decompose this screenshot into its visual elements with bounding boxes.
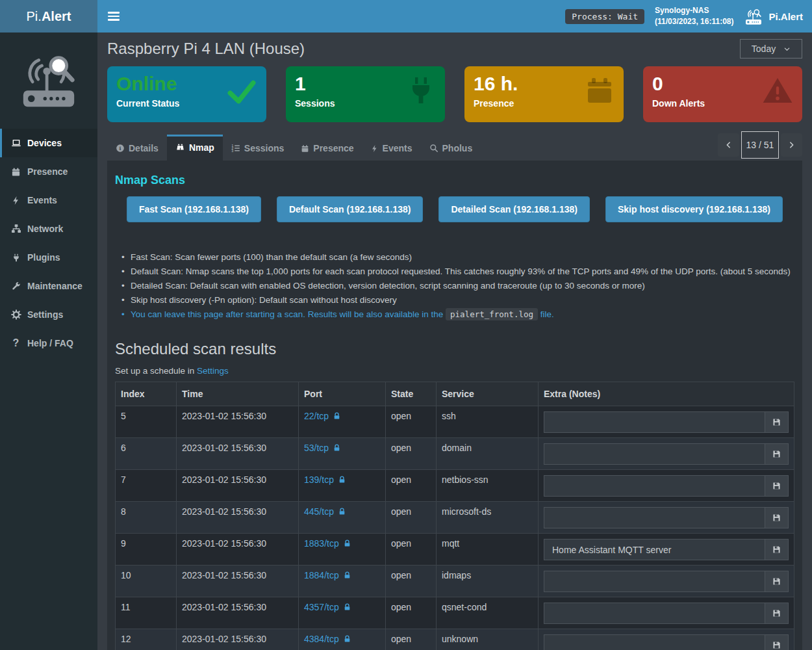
cell-state: open — [386, 566, 437, 597]
cell-state: open — [386, 502, 437, 534]
default-scan-button[interactable]: Default Scan (192.168.1.138) — [277, 196, 424, 222]
save-button[interactable] — [765, 412, 788, 432]
port-link[interactable]: 1883/tcp — [304, 538, 339, 549]
table-row: 11 2023-01-02 15:56:30 4357/tcp open qsn… — [116, 597, 794, 629]
port-link[interactable]: 4384/tcp — [304, 634, 339, 644]
note-input[interactable] — [544, 603, 765, 623]
cell-index: 12 — [116, 629, 177, 650]
device-pager: 13 / 51 — [718, 131, 802, 159]
main-content: Raspberry Pi 4 LAN (House) Today Online … — [97, 32, 812, 650]
tab-details[interactable]: i Details — [107, 135, 167, 161]
cell-service: domain — [437, 438, 539, 470]
tab-events[interactable]: Events — [362, 135, 421, 161]
sidebar-item-devices[interactable]: Devices — [0, 129, 97, 157]
sidebar-item-settings[interactable]: Settings — [0, 300, 97, 329]
scan-note: Fast Scan: Scan fewer ports (100) than t… — [121, 252, 794, 262]
note-input[interactable] — [544, 508, 765, 528]
tab-sessions[interactable]: 123 Sessions — [223, 135, 292, 161]
sidebar-item-network[interactable]: Network — [0, 214, 97, 243]
note-input[interactable] — [544, 540, 765, 560]
lock-icon — [338, 507, 346, 516]
note-input[interactable] — [544, 444, 765, 464]
tab-presence[interactable]: Presence — [292, 135, 362, 161]
save-button[interactable] — [765, 571, 788, 592]
fast-scan-button[interactable]: Fast Scan (192.168.1.138) — [127, 196, 261, 222]
next-device-button[interactable] — [781, 133, 802, 157]
nmap-tab-panel: Nmap Scans Fast Scan (192.168.1.138) Def… — [107, 161, 802, 650]
cell-state: open — [386, 597, 437, 629]
cell-service: netbios-ssn — [437, 470, 539, 502]
cell-port: 4384/tcp — [299, 629, 386, 650]
cell-note — [539, 629, 794, 650]
note-input[interactable] — [544, 476, 765, 496]
port-link[interactable]: 445/tcp — [304, 506, 334, 517]
cell-time: 2023-01-02 15:56:30 — [177, 566, 299, 597]
schedule-subtitle: Set up a schedule in Settings — [115, 366, 794, 376]
lock-icon — [333, 411, 341, 421]
save-button[interactable] — [765, 508, 788, 528]
column-header-state: State — [386, 382, 437, 406]
save-button[interactable] — [765, 540, 788, 560]
list-ol-icon: 123 — [231, 144, 240, 153]
tab-label: Sessions — [244, 143, 284, 153]
sidebar-item-plugins[interactable]: Plugins — [0, 243, 97, 272]
brand-prefix: Pi. — [27, 9, 42, 24]
cell-state: open — [386, 406, 437, 438]
scan-results-table: Index Time Port State Service Extra (Not… — [115, 382, 794, 650]
cell-index: 11 — [116, 597, 177, 629]
settings-link[interactable]: Settings — [197, 366, 229, 376]
cell-time: 2023-01-02 15:56:30 — [177, 534, 299, 566]
wrench-icon — [10, 281, 21, 291]
save-button[interactable] — [765, 635, 788, 650]
cell-index: 9 — [116, 534, 177, 566]
sidebar-item-presence[interactable]: Presence — [0, 157, 97, 186]
port-link[interactable]: 22/tcp — [304, 411, 329, 421]
save-button[interactable] — [765, 444, 788, 464]
port-link[interactable]: 4357/tcp — [304, 602, 339, 612]
info-icon: i — [116, 144, 125, 153]
sidebar-item-label: Network — [27, 224, 63, 234]
hamburger-menu-icon[interactable] — [108, 12, 120, 21]
floppy-save-icon — [772, 513, 781, 523]
cell-service: idmaps — [437, 566, 539, 597]
sidebar-item-events[interactable]: Events — [0, 186, 97, 214]
note-input[interactable] — [544, 412, 765, 432]
plug-icon — [405, 75, 437, 106]
brand-logo[interactable]: Pi.Alert — [0, 0, 97, 32]
header-app-name: Pi.Alert — [768, 11, 803, 22]
port-link[interactable]: 1884/tcp — [304, 570, 339, 580]
skip-host-discovery-button[interactable]: Skip host discovery (192.168.1.138) — [605, 196, 783, 222]
tab-nmap[interactable]: Nmap — [167, 135, 223, 161]
search-icon — [429, 144, 438, 153]
sidebar-item-maintenance[interactable]: Maintenance — [0, 272, 97, 300]
top-header: Pi.Alert Process: Wait Synology-NAS (11/… — [0, 0, 812, 32]
cell-note — [539, 534, 794, 566]
laptop-icon — [10, 138, 21, 148]
period-select[interactable]: Today — [740, 39, 802, 58]
note-input[interactable] — [544, 635, 765, 650]
cell-port: 139/tcp — [299, 470, 386, 502]
sidebar: Devices Presence Events Network Plugins … — [0, 32, 97, 650]
cell-index: 6 — [116, 438, 177, 470]
cell-index: 5 — [116, 406, 177, 438]
cell-state: open — [386, 438, 437, 470]
cell-index: 8 — [116, 502, 177, 534]
port-link[interactable]: 139/tcp — [304, 474, 334, 485]
network-icon — [10, 224, 21, 234]
prev-device-button[interactable] — [718, 133, 739, 157]
column-header-time: Time — [177, 382, 299, 406]
router-scan-icon — [744, 8, 763, 25]
log-file-chip: pialert_front.log — [446, 308, 538, 320]
floppy-save-icon — [772, 417, 781, 427]
save-button[interactable] — [765, 476, 788, 496]
detailed-scan-button[interactable]: Detailed Scan (192.168.1.138) — [438, 196, 590, 222]
port-link[interactable]: 53/tcp — [304, 443, 329, 453]
cell-service: microsoft-ds — [437, 502, 539, 534]
tab-label: Events — [383, 143, 412, 153]
cell-time: 2023-01-02 15:56:30 — [177, 597, 299, 629]
save-button[interactable] — [765, 603, 788, 623]
note-input[interactable] — [544, 571, 765, 592]
sidebar-item-help[interactable]: ? Help / FAQ — [0, 329, 97, 358]
status-card-presence: 16 h. Presence — [464, 66, 624, 122]
tab-pholus[interactable]: Pholus — [421, 135, 481, 161]
